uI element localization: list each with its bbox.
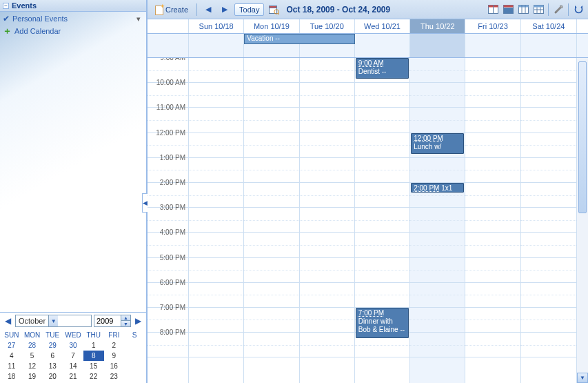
main: Create ◀ ▶ Today Oct 18, 2009 - Oct 24, …	[147, 0, 588, 383]
allday-cell[interactable]	[465, 34, 520, 57]
today-button[interactable]: Today	[234, 3, 264, 16]
sidebar-collapse-tab[interactable]: ◀	[142, 193, 148, 213]
minical-dow: MON	[22, 330, 43, 340]
create-button[interactable]: Create	[150, 3, 192, 17]
allday-row: Vacation --	[148, 34, 588, 58]
next-week-button[interactable]: ▶	[218, 3, 232, 17]
minical-day[interactable]: 16	[104, 361, 125, 371]
day-column[interactable]	[521, 58, 576, 383]
calendar-personal-events[interactable]: ✔ Personal Events ▾	[3, 13, 143, 24]
add-calendar-label: Add Calendar	[14, 27, 61, 35]
svg-rect-6	[493, 6, 494, 14]
year-input[interactable]	[94, 317, 121, 325]
minical-day[interactable]: 4	[1, 351, 22, 361]
chevron-down-icon[interactable]: ▼	[48, 315, 58, 326]
calendar-event[interactable]: 2:00 PM 1x1	[411, 183, 464, 193]
view-day-button[interactable]	[486, 3, 500, 17]
day-header[interactable]: Fri 10/23	[465, 19, 520, 33]
day-column[interactable]	[189, 58, 244, 383]
mini-calendar: ◀ October ▼ ▲▼ ▶ SUNMONTUEWEDTHUFRIS 272…	[0, 312, 146, 383]
day-header[interactable]: Tue 10/20	[300, 19, 355, 33]
minical-day[interactable]: 11	[1, 361, 22, 371]
minical-day[interactable]: 23	[104, 371, 125, 382]
minical-prev[interactable]: ◀	[3, 316, 13, 326]
minical-day[interactable]: 5	[22, 351, 43, 361]
minical-day[interactable]: 12	[22, 361, 43, 371]
hour-label: 12:00 PM	[156, 129, 185, 137]
minical-day[interactable]: 29	[42, 340, 63, 351]
month-select[interactable]: October ▼	[15, 315, 92, 327]
day-column[interactable]	[410, 58, 465, 383]
allday-event[interactable]: Vacation --	[244, 34, 355, 44]
hour-label: 6:00 PM	[160, 279, 185, 286]
calendar-event[interactable]: 9:00 AMDentist --	[356, 58, 409, 79]
spin-down[interactable]: ▼	[121, 321, 130, 326]
hour-label: 2:00 PM	[160, 179, 185, 186]
hour-label: 10:00 AM	[156, 79, 185, 86]
hour-label: 7:00 PM	[160, 304, 185, 311]
scrollbar-thumb[interactable]	[578, 61, 587, 213]
minical-day[interactable]: 27	[1, 340, 22, 351]
settings-button[interactable]	[551, 3, 565, 17]
hour-label: 3:00 PM	[160, 204, 185, 211]
minical-day[interactable]: 2	[104, 340, 125, 351]
day-header[interactable]: Wed 10/21	[355, 19, 410, 33]
minical-next[interactable]: ▶	[133, 316, 143, 326]
view-week-button[interactable]	[516, 3, 530, 17]
minical-day[interactable]: 6	[42, 351, 63, 361]
minical-dow: S	[124, 330, 145, 340]
view-workweek-button[interactable]	[501, 3, 515, 17]
minical-day	[124, 361, 145, 371]
day-column[interactable]	[465, 58, 520, 383]
minical-day[interactable]: 14	[63, 361, 83, 371]
goto-date-button[interactable]	[267, 3, 281, 17]
minical-day[interactable]: 22	[83, 371, 104, 382]
minical-dow: SUN	[1, 330, 22, 340]
prev-week-button[interactable]: ◀	[201, 3, 215, 17]
minical-day[interactable]: 9	[104, 351, 125, 361]
day-header[interactable]: Thu 10/22	[410, 19, 465, 33]
minical-day[interactable]: 18	[1, 371, 22, 382]
minical-dow: TUE	[42, 330, 63, 340]
sidebar: − Events ✔ Personal Events ▾ ＋ Add Calen…	[0, 0, 147, 383]
calendar-event[interactable]: 12:00 PMLunch w/	[411, 133, 464, 154]
add-calendar[interactable]: ＋ Add Calendar	[3, 24, 143, 38]
allday-cell[interactable]	[355, 34, 410, 57]
minical-day[interactable]: 28	[22, 340, 43, 351]
allday-cell[interactable]	[410, 34, 465, 57]
minical-day[interactable]: 15	[83, 361, 104, 371]
new-doc-icon	[154, 5, 163, 14]
minical-day[interactable]: 13	[42, 361, 63, 371]
view-month-button[interactable]	[531, 3, 545, 17]
svg-rect-1	[269, 6, 276, 8]
minical-day[interactable]: 7	[63, 351, 83, 361]
chevron-down-icon[interactable]: ▾	[134, 14, 143, 23]
minical-dow: FRI	[104, 330, 125, 340]
allday-cell[interactable]	[521, 34, 576, 57]
minical-day[interactable]: 1	[83, 340, 104, 351]
minical-day[interactable]: 21	[63, 371, 83, 382]
day-header[interactable]: Mon 10/19	[244, 19, 299, 33]
minical-day	[124, 351, 145, 361]
allday-cell[interactable]	[189, 34, 244, 57]
hour-label: 1:00 PM	[160, 154, 185, 161]
minical-day[interactable]: 8	[83, 351, 104, 361]
svg-rect-19	[560, 6, 562, 8]
day-column[interactable]	[300, 58, 355, 383]
vertical-scrollbar[interactable]: ▼	[576, 58, 588, 383]
minical-day[interactable]: 19	[22, 371, 43, 382]
spin-up[interactable]: ▲	[121, 315, 130, 321]
collapse-icon[interactable]: −	[3, 3, 9, 9]
refresh-button[interactable]	[571, 3, 585, 17]
minical-grid: SUNMONTUEWEDTHUFRIS 27282930124567891112…	[1, 330, 145, 382]
year-spinner[interactable]: ▲▼	[94, 315, 131, 327]
scroll-down-icon[interactable]: ▼	[577, 373, 588, 383]
minical-day[interactable]: 30	[63, 340, 83, 351]
day-header[interactable]: Sat 10/24	[521, 19, 576, 33]
day-column[interactable]	[244, 58, 299, 383]
minical-day[interactable]: 20	[42, 371, 63, 382]
hour-label: 8:00 PM	[160, 328, 185, 336]
day-header[interactable]: Sun 10/18	[189, 19, 244, 33]
plus-icon: ＋	[3, 25, 12, 37]
calendar-event[interactable]: 7:00 PMDinner with Bob & Elaine --	[356, 308, 409, 338]
